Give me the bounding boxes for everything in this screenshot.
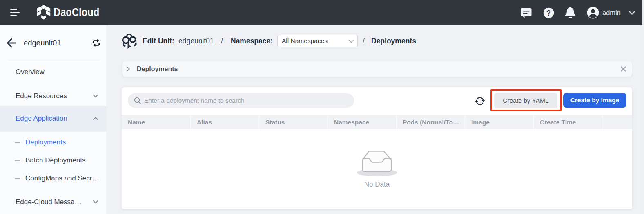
svg-text:?: ? [546, 9, 551, 17]
